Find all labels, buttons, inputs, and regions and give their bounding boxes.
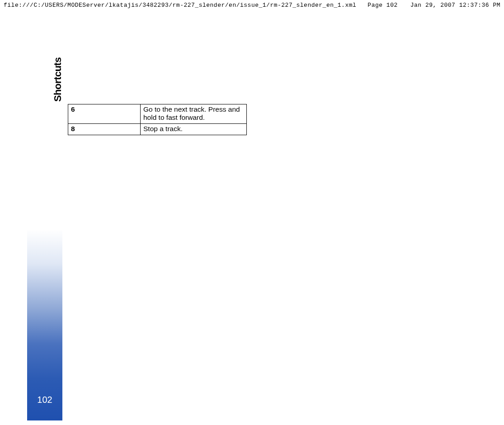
content-area: 6 Go to the next track. Press and hold t… [68,104,244,135]
shortcut-key: 6 [68,104,141,124]
shortcut-key: 8 [68,124,141,135]
shortcut-desc: Stop a track. [141,124,247,135]
shortcuts-table: 6 Go to the next track. Press and hold t… [68,104,247,135]
sidebar-gradient: 102 [27,72,62,420]
header-page-label: Page 102 [367,2,397,9]
page-number: 102 [27,395,62,405]
shortcut-desc: Go to the next track. Press and hold to … [141,104,247,124]
header-timestamp: Jan 29, 2007 12:37:36 PM [410,2,500,9]
sidebar-section-label: Shortcuts [52,57,64,102]
table-row: 6 Go to the next track. Press and hold t… [68,104,247,124]
table-row: 8 Stop a track. [68,124,247,135]
page-body: 102 Shortcuts 6 Go to the next track. Pr… [27,72,244,420]
print-header: file:///C:/USERS/MODEServer/lkatajis/348… [0,2,504,9]
header-path: file:///C:/USERS/MODEServer/lkatajis/348… [4,2,356,9]
